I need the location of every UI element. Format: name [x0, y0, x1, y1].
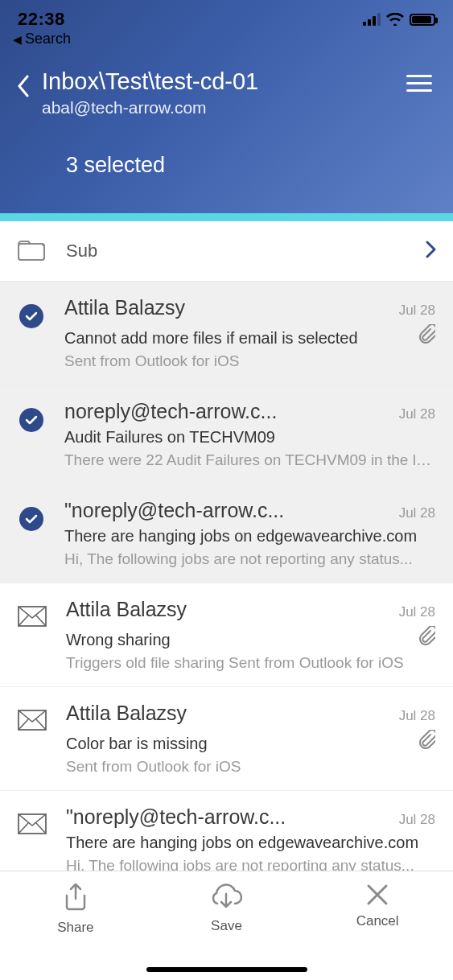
- svg-rect-3: [19, 244, 44, 260]
- folder-icon: [18, 238, 45, 264]
- cloud-download-icon: [208, 883, 245, 912]
- email-preview: There were 22 Audit Failures on TECHVM09…: [64, 451, 435, 469]
- back-to-search[interactable]: ◀ Search: [0, 29, 453, 47]
- email-subject: Audit Failures on TECHVM09: [64, 428, 435, 447]
- save-label: Save: [211, 918, 242, 934]
- email-date: Jul 28: [399, 604, 435, 620]
- email-sender: "noreply@tech-arrow.c...: [64, 499, 391, 522]
- svg-rect-2: [406, 89, 432, 92]
- cellular-signal-icon: [363, 13, 381, 26]
- email-item[interactable]: Attila BalazsyJul 28Wrong sharingTrigger…: [0, 583, 453, 687]
- email-date: Jul 28: [399, 406, 435, 422]
- share-icon: [62, 883, 89, 913]
- subfolder-row[interactable]: Sub: [0, 221, 453, 282]
- back-triangle-icon: ◀: [13, 33, 22, 46]
- email-date: Jul 28: [399, 812, 435, 828]
- email-preview: Sent from Outlook for iOS: [66, 758, 435, 776]
- subfolder-label: Sub: [66, 241, 426, 261]
- accent-divider: [0, 213, 453, 221]
- email-sender: Attila Balazsy: [64, 296, 391, 319]
- account-email: abal@tech-arrow.com: [42, 98, 406, 117]
- status-time: 22:38: [18, 9, 65, 30]
- email-preview: Hi, The following jobs are not reporting…: [66, 857, 435, 871]
- svg-rect-0: [406, 75, 432, 77]
- wifi-icon: [386, 13, 404, 26]
- email-item[interactable]: noreply@tech-arrow.c...Jul 28Audit Failu…: [0, 385, 453, 484]
- share-button[interactable]: Share: [1, 883, 150, 936]
- battery-icon: [410, 14, 435, 26]
- breadcrumb: Inbox\Test\test-cd-01: [42, 68, 406, 95]
- selected-check-icon[interactable]: [19, 507, 43, 531]
- email-sender: Attila Balazsy: [66, 702, 391, 725]
- close-icon: [365, 883, 389, 907]
- cancel-button[interactable]: Cancel: [303, 883, 452, 929]
- email-subject: There are hanging jobs on edgewavearchiv…: [66, 834, 435, 852]
- envelope-icon[interactable]: [18, 606, 47, 627]
- email-subject: Color bar is missing: [66, 735, 410, 753]
- attachment-icon: [418, 324, 435, 347]
- cancel-label: Cancel: [356, 913, 399, 929]
- save-button[interactable]: Save: [152, 883, 302, 934]
- chevron-right-icon: [426, 241, 437, 261]
- email-preview: Sent from Outlook for iOS: [64, 352, 435, 370]
- email-item[interactable]: Attila BalazsyJul 28Cannot add more file…: [0, 282, 453, 385]
- email-date: Jul 28: [399, 505, 435, 521]
- attachment-icon: [418, 626, 435, 649]
- email-item[interactable]: "noreply@tech-arrow.c...Jul 28There are …: [0, 791, 453, 871]
- email-list[interactable]: Attila BalazsyJul 28Cannot add more file…: [0, 282, 453, 871]
- email-preview: Hi, The following jobs are not reporting…: [64, 550, 435, 568]
- hamburger-icon: [406, 75, 432, 93]
- share-label: Share: [57, 920, 93, 936]
- email-date: Jul 28: [399, 708, 435, 724]
- email-date: Jul 28: [399, 303, 435, 319]
- email-subject: Cannot add more files if email is select…: [64, 329, 410, 348]
- email-sender: "noreply@tech-arrow.c...: [66, 805, 391, 829]
- email-subject: There are hanging jobs on edgewavearchiv…: [64, 527, 435, 546]
- bottom-toolbar: Share Save Cancel: [0, 871, 453, 980]
- app-header: 22:38 ◀ Search Inbox\Test\t: [0, 0, 453, 213]
- email-subject: Wrong sharing: [66, 631, 410, 649]
- status-bar: 22:38: [0, 6, 453, 29]
- envelope-icon[interactable]: [18, 813, 47, 834]
- svg-rect-1: [406, 82, 432, 84]
- email-item[interactable]: "noreply@tech-arrow.c...Jul 28There are …: [0, 484, 453, 583]
- selected-check-icon[interactable]: [19, 304, 43, 328]
- email-sender: noreply@tech-arrow.c...: [64, 400, 391, 423]
- back-label: Search: [25, 31, 71, 47]
- envelope-icon[interactable]: [18, 710, 47, 731]
- chevron-left-icon: [16, 75, 31, 97]
- email-sender: Attila Balazsy: [66, 598, 391, 621]
- email-preview: Triggers old file sharing Sent from Outl…: [66, 654, 435, 672]
- selection-count: 3 selected: [0, 117, 453, 178]
- email-item[interactable]: Attila BalazsyJul 28Color bar is missing…: [0, 687, 453, 791]
- home-indicator[interactable]: [146, 967, 307, 972]
- menu-button[interactable]: [406, 75, 437, 96]
- selected-check-icon[interactable]: [19, 408, 43, 432]
- back-button[interactable]: [16, 75, 31, 97]
- attachment-icon: [418, 730, 435, 752]
